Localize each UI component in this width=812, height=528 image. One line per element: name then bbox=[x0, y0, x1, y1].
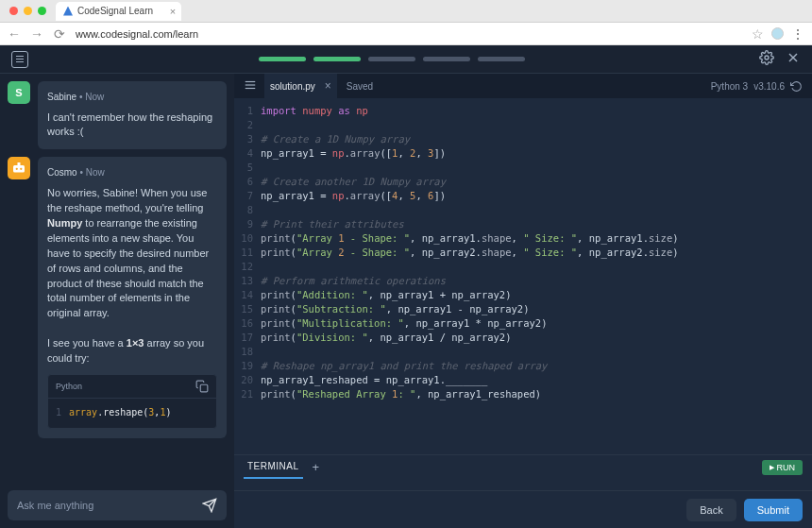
terminal-tab-bar: TERMINAL + RUN bbox=[234, 454, 812, 479]
window-controls bbox=[9, 7, 46, 15]
minimize-window-icon[interactable] bbox=[24, 7, 32, 15]
file-tab[interactable]: solution.py × bbox=[264, 74, 337, 98]
code-line[interactable]: 21print("Reshaped Array 1: ", np_array1_… bbox=[234, 387, 812, 401]
code-snippet: Python 1 array.reshape(3,1) bbox=[47, 374, 217, 429]
maximize-window-icon[interactable] bbox=[38, 7, 46, 15]
progress-segment bbox=[478, 57, 525, 61]
code-line[interactable]: 8 bbox=[234, 203, 812, 217]
chat-input-field[interactable] bbox=[17, 500, 202, 511]
progress-segment bbox=[368, 57, 415, 61]
favicon-icon bbox=[63, 7, 73, 16]
run-button[interactable]: RUN bbox=[762, 460, 804, 475]
code-lang-label: Python bbox=[56, 381, 82, 393]
progress-bar bbox=[259, 57, 525, 61]
svg-point-5 bbox=[20, 168, 22, 170]
chat-timestamp: Now bbox=[85, 92, 104, 102]
browser-menu-icon[interactable]: ⋮ bbox=[791, 26, 804, 42]
chat-author: Sabine bbox=[47, 92, 76, 102]
close-icon[interactable] bbox=[786, 50, 801, 69]
code-line[interactable]: 16print("Multiplication: ", np_array1 * … bbox=[234, 316, 812, 331]
chat-input[interactable] bbox=[8, 490, 227, 520]
code-line[interactable]: 1import numpy as np bbox=[234, 104, 812, 118]
code-line[interactable]: 9# Print their attributes bbox=[234, 217, 812, 231]
editor-tab-bar: solution.py × Saved Python 3 v3.10.6 bbox=[234, 74, 812, 98]
chat-text: No worries, Sabine! When you use the res… bbox=[47, 186, 217, 366]
chat-text: I can't remember how the reshaping works… bbox=[47, 111, 217, 141]
terminal-tab[interactable]: TERMINAL bbox=[244, 461, 303, 479]
svg-rect-7 bbox=[200, 384, 208, 392]
chat-author: Cosmo bbox=[47, 167, 77, 178]
progress-segment bbox=[423, 57, 470, 61]
send-icon[interactable] bbox=[202, 498, 217, 513]
language-label: Python 3 bbox=[711, 81, 748, 92]
forward-icon[interactable]: → bbox=[30, 26, 43, 42]
bookmark-icon[interactable]: ☆ bbox=[752, 26, 764, 42]
profile-avatar-icon[interactable] bbox=[771, 27, 784, 40]
back-button[interactable]: Back bbox=[686, 499, 736, 521]
menu-icon[interactable] bbox=[244, 78, 257, 94]
code-line[interactable]: 3# Create a 1D Numpy array bbox=[234, 132, 812, 146]
code-line[interactable]: 13# Perform arithmetic operations bbox=[234, 274, 812, 288]
code-line: array.reshape(3,1) bbox=[69, 406, 171, 420]
reload-icon[interactable]: ⟳ bbox=[53, 26, 66, 42]
code-editor[interactable]: 1import numpy as np23# Create a 1D Numpy… bbox=[234, 98, 812, 454]
code-line[interactable]: 7np_array1 = np.array([4, 5, 6]) bbox=[234, 189, 812, 203]
svg-rect-3 bbox=[13, 165, 25, 173]
progress-segment bbox=[259, 57, 306, 61]
bottom-bar: Back Submit bbox=[234, 490, 812, 528]
progress-segment bbox=[313, 57, 361, 61]
chat-message: S Sabine • Now I can't remember how the … bbox=[8, 81, 227, 149]
avatar bbox=[8, 157, 30, 179]
submit-button[interactable]: Submit bbox=[744, 499, 803, 521]
code-line[interactable]: 15print("Subtraction: ", np_array1 - np_… bbox=[234, 302, 812, 316]
chat-panel: S Sabine • Now I can't remember how the … bbox=[0, 74, 234, 528]
code-line[interactable]: 19# Reshape np_array1 and print the resh… bbox=[234, 359, 812, 373]
terminal-body[interactable] bbox=[234, 479, 812, 490]
code-line[interactable]: 11print("Array 2 - Shape: ", np_array2.s… bbox=[234, 246, 812, 260]
history-icon[interactable] bbox=[790, 80, 803, 93]
svg-point-0 bbox=[765, 56, 769, 60]
browser-toolbar: ← → ⟳ www.codesignal.com/learn ☆ ⋮ bbox=[0, 23, 812, 45]
code-line[interactable]: 10print("Array 1 - Shape: ", np_array1.s… bbox=[234, 231, 812, 246]
code-line[interactable]: 6# Create another 1D Numpy array bbox=[234, 175, 812, 189]
avatar: S bbox=[8, 81, 30, 104]
version-label: v3.10.6 bbox=[753, 81, 785, 92]
settings-icon[interactable] bbox=[759, 50, 774, 69]
code-line[interactable]: 5 bbox=[234, 161, 812, 175]
chat-timestamp: Now bbox=[86, 167, 105, 178]
app-root: S Sabine • Now I can't remember how the … bbox=[0, 45, 812, 528]
code-line[interactable]: 17print("Division: ", np_array1 / np_arr… bbox=[234, 331, 812, 345]
back-icon[interactable]: ← bbox=[8, 26, 21, 42]
tab-title: CodeSignal Learn bbox=[77, 6, 153, 16]
code-line[interactable]: 14print("Addition: ", np_array1 + np_arr… bbox=[234, 288, 812, 302]
chat-message: Cosmo • Now No worries, Sabine! When you… bbox=[8, 157, 227, 437]
svg-rect-6 bbox=[18, 162, 21, 165]
svg-point-4 bbox=[16, 168, 18, 170]
tab-close-icon[interactable]: × bbox=[170, 6, 176, 17]
tab-close-icon[interactable]: × bbox=[325, 79, 331, 93]
lesson-icon[interactable] bbox=[11, 51, 28, 68]
code-line[interactable]: 2 bbox=[234, 118, 812, 132]
copy-icon[interactable] bbox=[195, 380, 209, 393]
url-input[interactable]: www.codesignal.com/learn bbox=[76, 28, 742, 40]
file-name: solution.py bbox=[270, 81, 315, 92]
code-line[interactable]: 20np_array1_reshaped = np_array1._______ bbox=[234, 373, 812, 387]
code-line[interactable]: 4np_array1 = np.array([1, 2, 3]) bbox=[234, 146, 812, 161]
app-topbar bbox=[0, 45, 812, 74]
editor-panel: solution.py × Saved Python 3 v3.10.6 1im… bbox=[234, 74, 812, 528]
code-line[interactable]: 18 bbox=[234, 345, 812, 359]
browser-tab-bar: CodeSignal Learn × bbox=[0, 0, 812, 23]
add-terminal-icon[interactable]: + bbox=[313, 460, 320, 474]
saved-indicator: Saved bbox=[347, 81, 373, 92]
browser-tab[interactable]: CodeSignal Learn × bbox=[56, 2, 181, 21]
close-window-icon[interactable] bbox=[9, 7, 18, 15]
main-split: S Sabine • Now I can't remember how the … bbox=[0, 74, 812, 528]
code-line[interactable]: 12 bbox=[234, 260, 812, 274]
